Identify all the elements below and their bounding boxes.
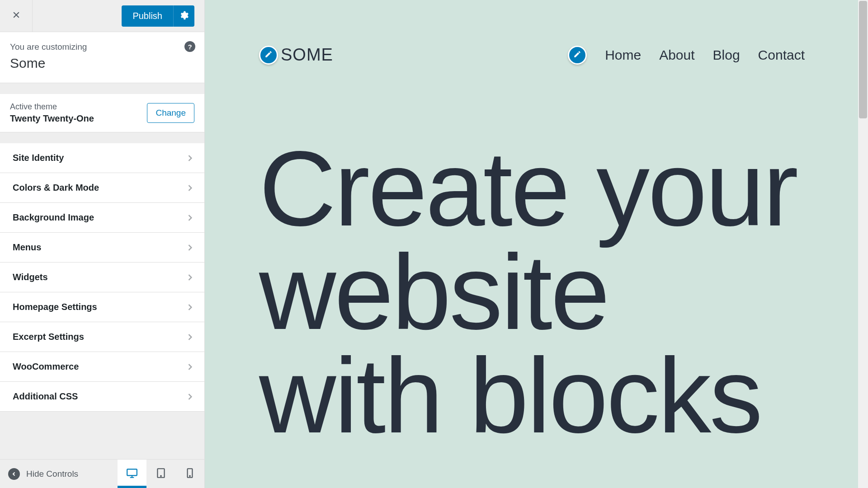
- theme-text: Active theme Twenty Twenty-One: [10, 102, 94, 124]
- chevron-right-icon: [185, 392, 194, 401]
- preview-site-header: SOME Home About Blog Contact: [205, 0, 868, 65]
- edit-site-title-button[interactable]: [259, 46, 278, 65]
- panel-label: WooCommerce: [13, 361, 79, 372]
- pencil-icon: [264, 50, 273, 60]
- panel-label: Additional CSS: [13, 391, 78, 402]
- nav-blog[interactable]: Blog: [713, 47, 740, 63]
- chevron-right-icon: [185, 273, 194, 282]
- panel-widgets[interactable]: Widgets: [0, 263, 204, 292]
- panel-label: Homepage Settings: [13, 302, 97, 312]
- customizer-sidebar: Publish You are customizing Some ? Activ…: [0, 0, 205, 488]
- chevron-right-icon: [185, 183, 194, 192]
- gap: [0, 83, 204, 94]
- pencil-icon: [573, 50, 581, 60]
- close-button[interactable]: [0, 0, 33, 32]
- device-desktop-button[interactable]: [118, 460, 146, 488]
- panel-background-image[interactable]: Background Image: [0, 203, 204, 233]
- theme-name: Twenty Twenty-One: [10, 113, 94, 124]
- panel-label: Menus: [13, 242, 41, 253]
- active-theme-label: Active theme: [10, 102, 94, 112]
- preview-nav: Home About Blog Contact: [568, 46, 805, 65]
- chevron-right-icon: [185, 213, 194, 222]
- mobile-icon: [184, 467, 196, 481]
- panel-label: Background Image: [13, 212, 94, 223]
- panel-additional-css[interactable]: Additional CSS: [0, 382, 204, 412]
- gap: [0, 132, 204, 143]
- help-button[interactable]: ?: [184, 41, 195, 52]
- tablet-icon: [155, 467, 167, 481]
- device-tablet-button[interactable]: [146, 460, 175, 488]
- chevron-right-icon: [185, 154, 194, 163]
- panel-label: Excerpt Settings: [13, 332, 84, 342]
- panel-label: Colors & Dark Mode: [13, 183, 99, 193]
- scrollbar-thumb[interactable]: [859, 1, 867, 118]
- scrollbar-track[interactable]: [858, 0, 868, 488]
- preview-site-title[interactable]: SOME: [281, 45, 333, 65]
- nav-about[interactable]: About: [659, 47, 694, 63]
- close-icon: [12, 10, 21, 21]
- nav-contact[interactable]: Contact: [758, 47, 805, 63]
- panel-woocommerce[interactable]: WooCommerce: [0, 352, 204, 382]
- site-name-label: Some: [10, 56, 194, 71]
- hide-controls-label: Hide Controls: [26, 469, 78, 479]
- hide-controls-button[interactable]: Hide Controls: [0, 468, 78, 480]
- customizing-label: You are customizing: [10, 42, 194, 52]
- sidebar-fill: [0, 412, 204, 459]
- panel-site-identity[interactable]: Site Identity: [0, 143, 204, 173]
- active-theme-row: Active theme Twenty Twenty-One Change: [0, 94, 204, 132]
- help-icon: ?: [188, 43, 192, 51]
- publish-settings-button[interactable]: [173, 5, 194, 27]
- device-mobile-button[interactable]: [175, 460, 204, 488]
- panel-label: Site Identity: [13, 153, 64, 163]
- svg-point-2: [160, 475, 161, 476]
- app-root: Publish You are customizing Some ? Activ…: [0, 0, 868, 488]
- edit-menu-button[interactable]: [568, 46, 587, 65]
- site-logo-group: SOME: [259, 45, 333, 65]
- panel-label: Widgets: [13, 272, 48, 282]
- gear-icon: [179, 10, 189, 22]
- chevron-right-icon: [185, 333, 194, 342]
- svg-point-4: [189, 475, 190, 476]
- desktop-icon: [126, 467, 138, 481]
- panel-excerpt-settings[interactable]: Excerpt Settings: [0, 322, 204, 352]
- chevron-right-icon: [185, 362, 194, 371]
- customizing-header: You are customizing Some ?: [0, 32, 204, 83]
- chevron-right-icon: [185, 243, 194, 252]
- panel-colors-dark-mode[interactable]: Colors & Dark Mode: [0, 173, 204, 203]
- panel-homepage-settings[interactable]: Homepage Settings: [0, 292, 204, 322]
- device-preview-buttons: [118, 460, 204, 488]
- change-theme-button[interactable]: Change: [147, 103, 194, 123]
- top-bar: Publish: [0, 0, 204, 32]
- nav-home[interactable]: Home: [605, 47, 641, 63]
- svg-rect-0: [127, 469, 137, 475]
- preview-hero: Create your website with blocks: [205, 65, 868, 447]
- preview-pane: SOME Home About Blog Contact Create your…: [205, 0, 868, 488]
- collapse-left-icon: [8, 468, 20, 480]
- chevron-right-icon: [185, 303, 194, 312]
- hero-heading: Create your website with blocks: [259, 137, 814, 447]
- panel-menus[interactable]: Menus: [0, 233, 204, 263]
- panel-list: Site Identity Colors & Dark Mode Backgro…: [0, 143, 204, 412]
- bottom-bar: Hide Controls: [0, 459, 204, 488]
- publish-button[interactable]: Publish: [122, 5, 173, 27]
- publish-group: Publish: [122, 5, 194, 27]
